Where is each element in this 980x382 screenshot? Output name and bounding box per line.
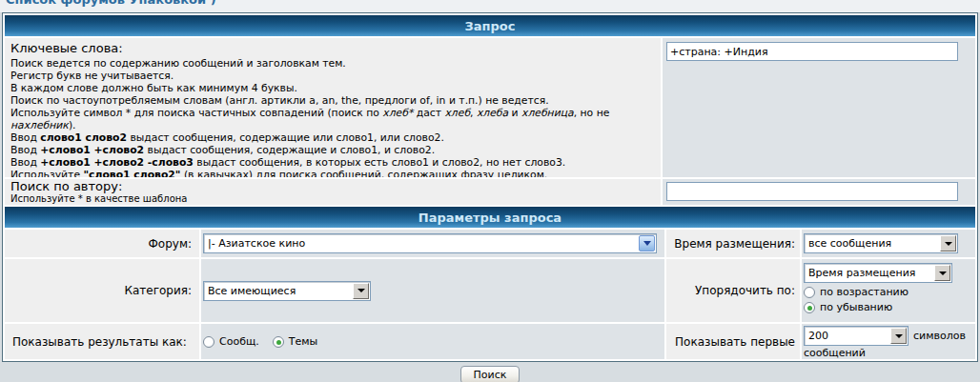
sort-desc-label: по убыванию [820, 301, 892, 313]
sort-asc-option[interactable]: по возрастанию [804, 286, 975, 298]
sortby-select-value: Время размещения [808, 267, 933, 279]
category-select-cell: Все имеющиеся [201, 259, 664, 322]
chevron-down-icon[interactable] [353, 283, 369, 299]
keywords-input[interactable] [666, 42, 958, 61]
author-help-text: Используйте * в качестве шаблона [10, 193, 655, 204]
author-label: Поиск по автору: [10, 180, 655, 193]
display-posts-label: Сообщ. [219, 335, 259, 348]
category-select[interactable]: Все имеющиеся [203, 281, 371, 301]
forum-select[interactable]: |- Азиатское кино [203, 233, 657, 253]
category-row: Категория: Все имеющиеся Упорядочить по:… [5, 259, 975, 322]
posttime-select-value: все сообщения [808, 237, 939, 250]
keywords-label: Ключевые слова: [10, 41, 655, 55]
sortby-label: Упорядочить по: [666, 259, 800, 322]
search-form: Запрос Ключевые слова: Поиск ведется по … [2, 12, 978, 362]
display-topics-option[interactable]: Темы [273, 335, 317, 348]
query-section-title: Запрос [465, 19, 516, 33]
display-posts-option[interactable]: Сообщ. [203, 335, 259, 348]
display-as-cell: Сообщ. Темы [201, 324, 664, 359]
chevron-down-icon[interactable] [940, 235, 956, 251]
sort-asc-radio[interactable] [804, 287, 815, 298]
sortby-select[interactable]: Время размещения [804, 263, 952, 283]
posttime-label: Время размещения: [666, 230, 800, 257]
author-input[interactable] [666, 182, 958, 201]
chevron-down-icon[interactable] [934, 265, 950, 281]
return-first-select[interactable]: 200 [804, 326, 909, 346]
category-select-value: Все имеющиеся [208, 285, 352, 297]
display-row: Показывать результаты как: Сообщ. Темы П… [5, 324, 975, 359]
display-topics-label: Темы [289, 335, 317, 348]
params-section-title: Параметры запроса [419, 211, 561, 225]
forum-select-cell: |- Азиатское кино [201, 230, 664, 257]
display-topics-radio[interactable] [273, 336, 284, 348]
author-help-cell: Поиск по автору: Используйте * в качеств… [5, 179, 661, 205]
keywords-input-cell [663, 38, 975, 177]
category-label: Категория: [5, 259, 199, 322]
submit-bar: Поиск [0, 362, 980, 382]
forum-label: Форум: [5, 230, 199, 257]
author-row: Поиск по автору: Используйте * в качеств… [5, 179, 975, 205]
sortby-cell: Время размещения по возрастанию по убыва… [802, 259, 975, 322]
query-section-header: Запрос [5, 15, 975, 36]
sort-desc-option[interactable]: по убыванию [804, 301, 975, 313]
params-section-header: Параметры запроса [5, 207, 975, 228]
sort-asc-label: по возрастанию [820, 286, 909, 298]
posttime-select[interactable]: все сообщения [804, 233, 958, 253]
display-posts-radio[interactable] [203, 336, 214, 348]
author-input-cell [663, 179, 975, 205]
keywords-row: Ключевые слова: Поиск ведется по содержа… [5, 38, 975, 177]
chevron-down-icon[interactable] [639, 235, 655, 251]
keywords-help-text: Поиск ведется по содержанию сообщений и … [10, 57, 655, 177]
return-first-label: Показывать первые [666, 324, 800, 359]
chevron-down-icon[interactable] [890, 328, 907, 344]
keywords-help-cell: Ключевые слова: Поиск ведется по содержа… [5, 38, 661, 177]
forum-row: Форум: |- Азиатское кино Время размещени… [5, 230, 975, 257]
breadcrumb[interactable]: Список форумов Упаковкой ) [6, 0, 216, 7]
posttime-select-cell: все сообщения [802, 230, 975, 257]
search-button[interactable]: Поиск [460, 366, 520, 382]
top-strip: Список форумов Упаковкой ) [0, 0, 980, 12]
sort-desc-radio[interactable] [804, 302, 815, 313]
display-as-label: Показывать результаты как: [5, 324, 199, 359]
forum-select-value: |- Азиатское кино [208, 237, 638, 250]
return-first-select-value: 200 [808, 329, 889, 344]
return-first-cell: 200 символов сообщений [802, 324, 975, 359]
